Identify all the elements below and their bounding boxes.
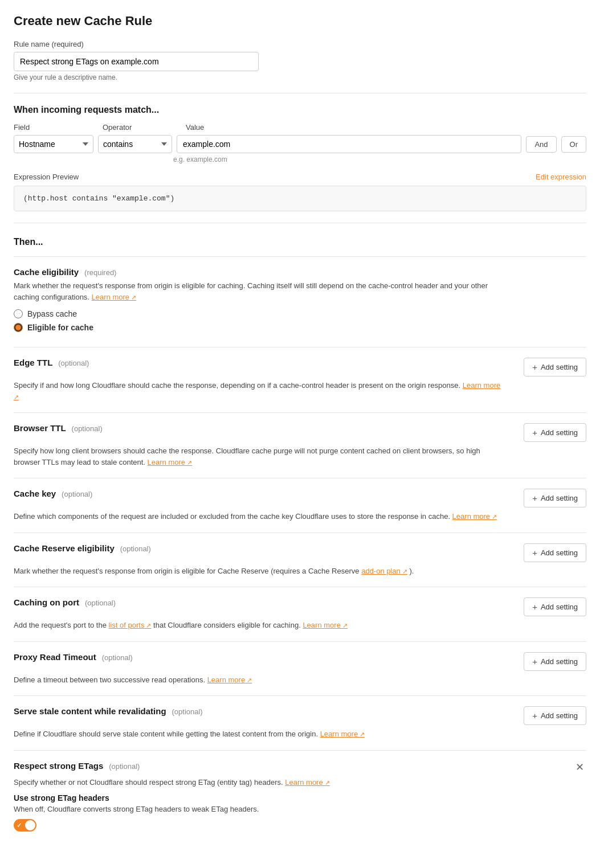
rule-name-group: Rule name (required) Give your rule a de… [14, 40, 586, 81]
rule-name-label: Rule name (required) [14, 40, 586, 48]
operator-select[interactable]: contains equals starts with ends with [98, 135, 172, 153]
browser-ttl-plus-icon: + [532, 428, 537, 437]
respect-strong-etags-close-btn[interactable]: ✕ [573, 761, 586, 773]
eligible-cache-label: Eligible for cache [27, 323, 93, 332]
cache-key-header: Cache key (optional) + Add setting [14, 489, 586, 507]
cache-eligibility-learn-more[interactable]: Learn more [92, 293, 137, 301]
expression-header: Expression Preview Edit expression [14, 173, 586, 181]
cache-key-add-label: Add setting [541, 494, 578, 502]
cache-key-plus-icon: + [532, 493, 537, 503]
respect-strong-etags-badge: (optional) [109, 762, 140, 771]
expression-preview: (http.host contains "example.com") [14, 186, 586, 211]
respect-strong-etags-desc: Specify whether or not Cloudflare should… [14, 777, 504, 788]
browser-ttl-learn-more[interactable]: Learn more [148, 458, 193, 466]
then-title: Then... [14, 237, 586, 247]
list-of-ports-link[interactable]: list of ports [109, 621, 152, 629]
caching-on-port-plus-icon: + [532, 602, 537, 612]
respect-strong-etags-learn-more[interactable]: Learn more [285, 778, 330, 787]
divider-1 [14, 93, 586, 93]
edge-ttl-badge: (optional) [58, 359, 89, 367]
page-title: Create new Cache Rule [14, 14, 586, 28]
serve-stale-block: Serve stale content while revalidating (… [14, 695, 586, 750]
bypass-cache-option[interactable]: Bypass cache [14, 309, 586, 318]
field-select[interactable]: Hostname URI IP Source Address [14, 135, 93, 153]
cache-reserve-addon-link[interactable]: add-on plan [361, 567, 407, 575]
respect-strong-etags-title: Respect strong ETags [14, 761, 103, 771]
col-header-value: Value [186, 123, 586, 132]
serve-stale-add-btn[interactable]: + Add setting [524, 706, 586, 725]
cache-key-title: Cache key [14, 489, 56, 498]
proxy-read-timeout-learn-more[interactable]: Learn more [207, 675, 252, 684]
cache-eligibility-header: Cache eligibility (required) [14, 267, 586, 277]
serve-stale-learn-more[interactable]: Learn more [320, 730, 365, 738]
toggle-check-icon: ✓ [17, 822, 22, 829]
or-button[interactable]: Or [561, 136, 586, 153]
browser-ttl-badge: (optional) [72, 424, 103, 433]
caching-on-port-header: Caching on port (optional) + Add setting [14, 597, 586, 616]
expression-label: Expression Preview [14, 173, 79, 181]
browser-ttl-title: Browser TTL [14, 423, 66, 433]
condition-row: Hostname URI IP Source Address contains … [14, 135, 586, 153]
cache-eligibility-title: Cache eligibility [14, 267, 79, 277]
and-button[interactable]: And [526, 136, 556, 153]
respect-strong-etags-title-wrap: Respect strong ETags (optional) [14, 761, 140, 771]
eligible-for-cache-option[interactable]: Eligible for cache [14, 323, 586, 332]
rule-name-input[interactable] [14, 52, 259, 71]
edge-ttl-plus-icon: + [532, 362, 537, 372]
proxy-read-timeout-badge: (optional) [102, 653, 133, 662]
serve-stale-badge: (optional) [172, 707, 202, 716]
edge-ttl-learn-more[interactable]: Learn more [14, 381, 500, 401]
proxy-read-timeout-add-btn[interactable]: + Add setting [524, 652, 586, 671]
caching-on-port-add-btn[interactable]: + Add setting [524, 597, 586, 616]
value-input[interactable] [177, 135, 521, 153]
browser-ttl-add-btn[interactable]: + Add setting [524, 423, 586, 442]
proxy-read-timeout-title-wrap: Proxy Read Timeout (optional) [14, 652, 133, 662]
toggle-section: Use strong ETag headers When off, Cloudf… [14, 793, 586, 832]
toggle-wrapper: ✓ [14, 819, 586, 832]
cache-key-learn-more[interactable]: Learn more [452, 512, 497, 521]
browser-ttl-header: Browser TTL (optional) + Add setting [14, 423, 586, 442]
caching-on-port-learn-more[interactable]: Learn more [303, 621, 348, 629]
strong-etag-toggle[interactable]: ✓ [14, 819, 36, 832]
edge-ttl-header: Edge TTL (optional) + Add setting [14, 358, 586, 376]
cache-eligibility-options: Bypass cache Eligible for cache [14, 309, 586, 332]
when-section: When incoming requests match... Field Op… [14, 105, 586, 163]
bypass-cache-radio[interactable] [14, 309, 23, 318]
edge-ttl-title-wrap: Edge TTL (optional) [14, 358, 89, 367]
edge-ttl-block: Edge TTL (optional) + Add setting Specif… [14, 347, 586, 412]
edit-expression-link[interactable]: Edit expression [536, 173, 586, 181]
cache-reserve-block: Cache Reserve eligibility (optional) + A… [14, 533, 586, 587]
cache-reserve-desc: Mark whether the request's response from… [14, 566, 504, 577]
value-placeholder: e.g. example.com [173, 155, 586, 163]
edge-ttl-title: Edge TTL [14, 358, 52, 367]
cache-eligibility-badge: (required) [84, 268, 116, 277]
browser-ttl-title-wrap: Browser TTL (optional) [14, 423, 103, 433]
expression-section: Expression Preview Edit expression (http… [14, 173, 586, 211]
caching-on-port-desc: Add the request's port to the list of po… [14, 620, 504, 631]
cache-reserve-title: Cache Reserve eligibility [14, 543, 115, 553]
edge-ttl-add-label: Add setting [541, 363, 578, 371]
respect-strong-etags-block: Respect strong ETags (optional) ✕ Specif… [14, 750, 586, 842]
eligible-cache-radio[interactable] [14, 323, 23, 332]
browser-ttl-desc: Specify how long client browsers should … [14, 445, 504, 468]
divider-2 [14, 223, 586, 223]
proxy-read-timeout-block: Proxy Read Timeout (optional) + Add sett… [14, 641, 586, 696]
browser-ttl-block: Browser TTL (optional) + Add setting Spe… [14, 412, 586, 478]
cache-reserve-add-btn[interactable]: + Add setting [524, 543, 586, 562]
cache-reserve-title-wrap: Cache Reserve eligibility (optional) [14, 543, 151, 553]
caching-on-port-block: Caching on port (optional) + Add setting… [14, 587, 586, 641]
edge-ttl-add-btn[interactable]: + Add setting [524, 358, 586, 376]
serve-stale-desc: Define if Cloudflare should serve stale … [14, 728, 504, 740]
edge-ttl-desc: Specify if and how long Cloudflare shoul… [14, 380, 504, 402]
cache-key-desc: Define which components of the request a… [14, 511, 504, 522]
caching-on-port-title: Caching on port [14, 597, 79, 607]
cache-key-block: Cache key (optional) + Add setting Defin… [14, 478, 586, 533]
use-strong-etag-subdesc: When off, Cloudflare converts strong ETa… [14, 805, 586, 813]
toggle-knob [25, 820, 35, 830]
cache-key-add-btn[interactable]: + Add setting [524, 489, 586, 507]
cache-key-badge: (optional) [62, 490, 92, 498]
proxy-read-timeout-desc: Define a timeout between two successive … [14, 674, 504, 686]
cache-reserve-badge: (optional) [120, 544, 151, 553]
cache-reserve-header: Cache Reserve eligibility (optional) + A… [14, 543, 586, 562]
use-strong-etag-subtitle: Use strong ETag headers [14, 793, 586, 803]
